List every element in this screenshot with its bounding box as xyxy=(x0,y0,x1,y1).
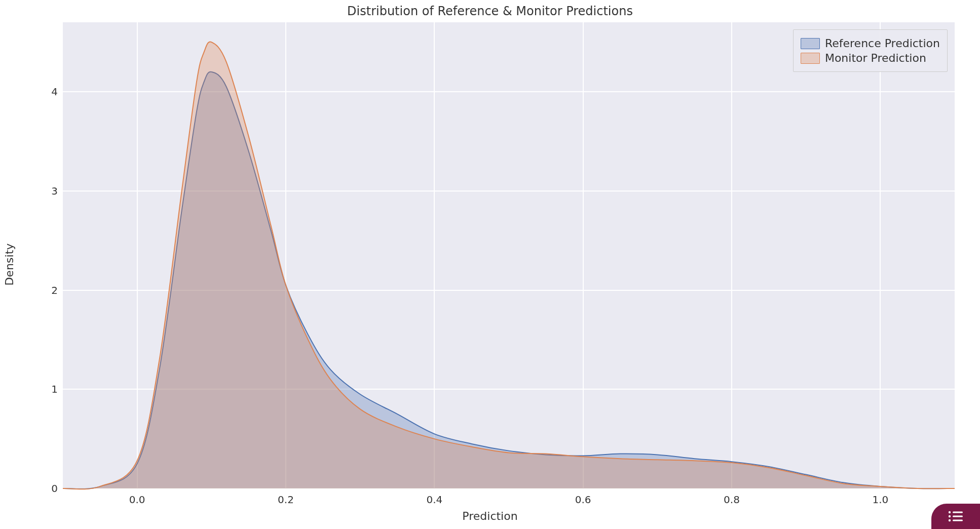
y-tick-label: 3 xyxy=(43,185,58,197)
plot-area: Reference PredictionMonitor Prediction xyxy=(63,22,955,488)
svg-point-4 xyxy=(949,519,951,521)
svg-point-2 xyxy=(949,515,951,517)
x-tick-label: 0.6 xyxy=(575,494,591,506)
svg-point-0 xyxy=(949,511,951,513)
x-tick-label: 0.8 xyxy=(724,494,740,506)
chart-title: Distribution of Reference & Monitor Pred… xyxy=(0,4,980,18)
legend-label: Monitor Prediction xyxy=(825,52,926,64)
legend-swatch xyxy=(801,53,820,64)
y-tick-label: 4 xyxy=(43,86,58,98)
svg-rect-5 xyxy=(953,520,963,521)
y-tick-label: 1 xyxy=(43,383,58,395)
svg-rect-3 xyxy=(953,516,963,517)
y-axis-label: Density xyxy=(3,243,16,286)
legend-swatch xyxy=(801,38,820,49)
x-tick-label: 0.4 xyxy=(426,494,442,506)
kde-svg xyxy=(63,22,955,488)
toc-fab[interactable] xyxy=(931,504,980,529)
legend-label: Reference Prediction xyxy=(825,37,940,50)
svg-rect-1 xyxy=(953,512,963,513)
monitor-area xyxy=(63,42,955,489)
x-tick-label: 1.0 xyxy=(872,494,888,506)
y-tick-label: 2 xyxy=(43,284,58,296)
legend: Reference PredictionMonitor Prediction xyxy=(793,29,948,72)
legend-item: Monitor Prediction xyxy=(801,52,940,64)
legend-item: Reference Prediction xyxy=(801,37,940,50)
y-tick-label: 0 xyxy=(43,482,58,495)
x-axis-label: Prediction xyxy=(0,510,980,526)
x-tick-label: 0.2 xyxy=(278,494,294,506)
x-tick-label: 0.0 xyxy=(129,494,145,506)
list-icon xyxy=(948,511,963,522)
